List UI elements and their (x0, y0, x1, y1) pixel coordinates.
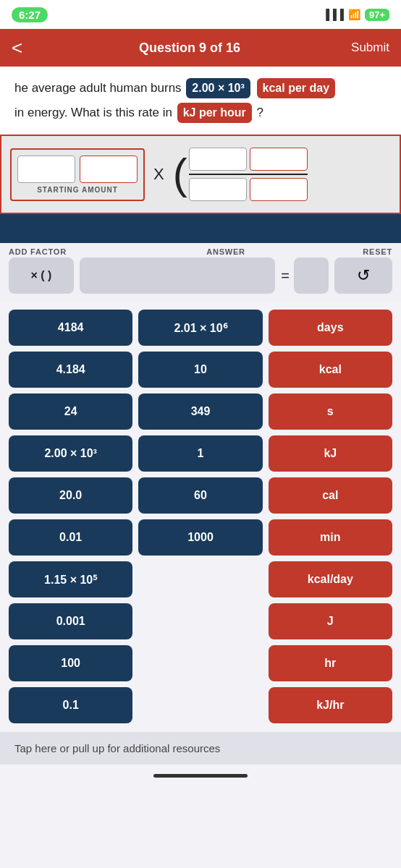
answer-box[interactable] (294, 258, 329, 294)
key-1000[interactable]: 1000 (138, 519, 262, 556)
controls-buttons-row: × ( ) = ↺ (9, 258, 392, 294)
dark-divider (0, 214, 401, 243)
key-cal[interactable]: cal (269, 477, 392, 514)
question-prefix1: he average adult human burns (14, 81, 185, 95)
badge-unit1: kcal per day (257, 78, 336, 98)
status-right: ▐▐▐ 📶 97+ (322, 9, 389, 21)
equals-sign: = (281, 268, 290, 284)
key-2.00e3[interactable]: 2.00 × 10³ (9, 435, 132, 472)
key-20.0[interactable]: 20.0 (9, 477, 132, 514)
key-24[interactable]: 24 (9, 393, 132, 430)
header-title: Question 9 of 16 (41, 41, 339, 56)
key-349[interactable]: 349 (138, 393, 262, 430)
reset-label: RESET (284, 247, 392, 256)
controls-section: × ( ) = ↺ (0, 258, 401, 301)
badge-value: 2.00 × 10³ (186, 78, 250, 98)
key-empty1 (138, 561, 262, 597)
bottom-bar-text: Tap here or pull up for additional resou… (14, 742, 220, 754)
home-bar (153, 774, 248, 778)
fraction-top-row (189, 148, 308, 171)
key-hr[interactable]: hr (269, 645, 392, 681)
key-s[interactable]: s (269, 393, 392, 430)
header: < Question 9 of 16 Submit (0, 29, 401, 67)
starting-group: STARTING AMOUNT (10, 148, 145, 201)
key-4184[interactable]: 4184 (9, 310, 132, 346)
calc-row: STARTING AMOUNT X ( (10, 148, 391, 201)
home-indicator (0, 765, 401, 786)
key-2.01e6[interactable]: 2.01 × 10⁶ (138, 310, 262, 346)
key-60[interactable]: 60 (138, 477, 262, 514)
starting-denominator-input[interactable] (80, 156, 138, 183)
frac-top-right[interactable] (250, 148, 308, 171)
multiply-sign: X (153, 165, 164, 184)
signal-icon: ▐▐▐ (322, 9, 344, 20)
starting-label: STARTING AMOUNT (37, 186, 118, 194)
key-0.01[interactable]: 0.01 (9, 519, 132, 556)
frac-bottom-left[interactable] (189, 178, 247, 201)
answer-group: = (281, 258, 329, 294)
battery-badge: 97+ (365, 9, 389, 21)
reset-icon: ↺ (357, 266, 370, 285)
question-prefix2: in energy. What is this rate in (14, 106, 176, 119)
starting-numerator-input[interactable] (17, 156, 75, 183)
submit-button[interactable]: Submit (339, 41, 389, 55)
wifi-icon: 📶 (348, 9, 360, 20)
key-kcal[interactable]: kcal (269, 352, 392, 388)
key-0.001[interactable]: 0.001 (9, 603, 132, 639)
key-kJ-hr[interactable]: kJ/hr (269, 687, 392, 723)
controls-header: ADD FACTOR ANSWER RESET (0, 243, 401, 258)
key-kJ[interactable]: kJ (269, 435, 392, 472)
answer-label: ANSWER (168, 247, 284, 256)
key-min[interactable]: min (269, 519, 392, 556)
calc-area: STARTING AMOUNT X ( (0, 135, 401, 214)
open-paren: ( (173, 153, 187, 196)
key-1.15e5[interactable]: 1.15 × 10⁵ (9, 561, 132, 597)
status-time: 6:27 (12, 7, 48, 22)
reset-button[interactable]: ↺ (334, 258, 392, 294)
key-empty3 (138, 645, 262, 681)
question-line2: in energy. What is this rate in kJ per h… (14, 103, 387, 123)
fraction-boxes (189, 148, 308, 201)
key-100[interactable]: 100 (9, 645, 132, 681)
question-line1: he average adult human burns 2.00 × 10³ … (14, 78, 387, 98)
bottom-bar[interactable]: Tap here or pull up for additional resou… (0, 732, 401, 765)
key-4.184[interactable]: 4.184 (9, 352, 132, 388)
frac-bottom-right[interactable] (250, 178, 308, 201)
question-suffix: ? (253, 106, 263, 119)
add-factor-label: ADD FACTOR (9, 247, 146, 256)
key-10[interactable]: 10 (138, 352, 262, 388)
key-J[interactable]: J (269, 603, 392, 639)
starting-boxes (17, 156, 138, 183)
fraction-bottom-row (189, 178, 308, 201)
back-button[interactable]: < (12, 37, 41, 59)
key-days[interactable]: days (269, 310, 392, 346)
status-bar: 6:27 ▐▐▐ 📶 97+ (0, 0, 401, 29)
question-area: he average adult human burns 2.00 × 10³ … (0, 67, 401, 135)
key-1[interactable]: 1 (138, 435, 262, 472)
factor-input[interactable] (80, 258, 275, 294)
fraction-line (189, 174, 308, 175)
keypad: 41842.01 × 10⁶days4.18410kcal24349s2.00 … (0, 301, 401, 723)
badge-unit2: kJ per hour (177, 103, 252, 123)
key-empty2 (138, 603, 262, 639)
key-empty4 (138, 687, 262, 723)
key-kcal-day[interactable]: kcal/day (269, 561, 392, 597)
frac-top-left[interactable] (189, 148, 247, 171)
key-0.1[interactable]: 0.1 (9, 687, 132, 723)
fraction-group: ( (173, 148, 308, 201)
add-factor-button[interactable]: × ( ) (9, 258, 74, 294)
